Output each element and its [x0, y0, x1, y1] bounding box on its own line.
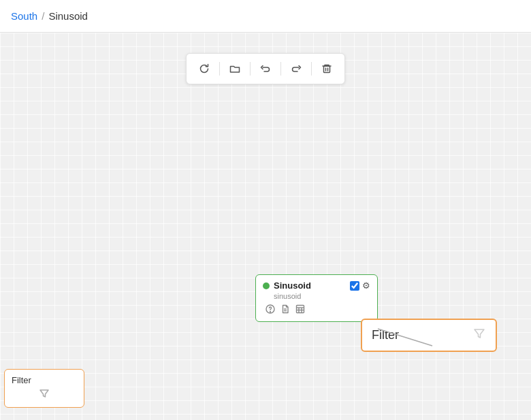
- toolbar: [186, 53, 345, 84]
- refresh-button[interactable]: [193, 58, 215, 80]
- toolbar-divider-4: [311, 62, 312, 76]
- node-title: Sinusoid: [274, 280, 311, 291]
- breadcrumb-separator: /: [42, 10, 44, 22]
- gear-icon[interactable]: ⚙: [362, 280, 370, 291]
- folder-button[interactable]: [224, 58, 246, 80]
- filter-node-small[interactable]: Filter: [4, 369, 84, 408]
- redo-button[interactable]: [285, 58, 307, 80]
- node-checkbox[interactable]: [350, 281, 359, 291]
- node-header: Sinusoid ⚙: [263, 280, 370, 291]
- breadcrumb-parent[interactable]: South: [11, 10, 37, 22]
- toolbar-divider-2: [250, 62, 251, 76]
- sinusoid-node[interactable]: Sinusoid ⚙ sinusoid: [255, 274, 378, 322]
- filter-small-funnel-icon: [39, 388, 50, 402]
- header-bar: South / Sinusoid: [0, 0, 531, 33]
- toolbar-divider-1: [219, 62, 220, 76]
- toolbar-divider-3: [280, 62, 281, 76]
- filter-node-main[interactable]: Filter: [361, 319, 497, 352]
- svg-rect-7: [297, 306, 304, 313]
- canvas[interactable]: Sinusoid ⚙ sinusoid: [0, 33, 531, 420]
- help-icon[interactable]: [266, 304, 275, 316]
- node-status-dot: [263, 282, 270, 289]
- file-icon[interactable]: [280, 304, 290, 316]
- connector-svg: [0, 33, 531, 420]
- filter-small-label: Filter: [12, 375, 31, 385]
- delete-button[interactable]: [316, 58, 338, 80]
- filter-funnel-icon: [472, 327, 486, 344]
- node-subtitle: sinusoid: [263, 292, 370, 300]
- svg-rect-0: [324, 66, 330, 73]
- svg-point-4: [270, 312, 271, 312]
- breadcrumb-current: Sinusoid: [48, 10, 88, 22]
- table-icon[interactable]: [295, 304, 305, 316]
- undo-button[interactable]: [255, 58, 276, 80]
- node-controls: ⚙: [350, 280, 370, 291]
- node-actions: [263, 304, 370, 316]
- node-title-row: Sinusoid: [263, 280, 311, 291]
- filter-label: Filter: [372, 328, 399, 342]
